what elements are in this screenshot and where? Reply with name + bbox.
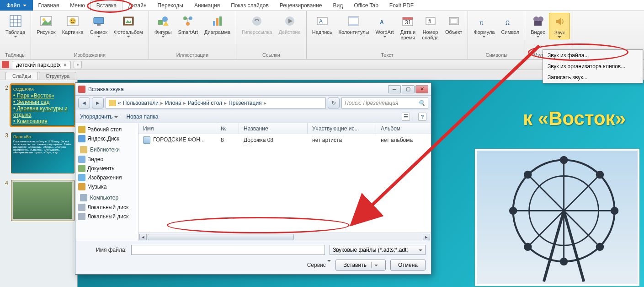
sidebar-item-localdisk2[interactable]: Локальный диск xyxy=(75,212,138,221)
nav-forward-button[interactable]: ► xyxy=(92,97,104,108)
help-button[interactable]: ? xyxy=(418,113,426,121)
insert-button[interactable]: Вставить xyxy=(335,260,386,271)
list-rows[interactable]: ГОРОДСКИЕ ФОН...8Дорожка 08нет артистане… xyxy=(138,134,431,233)
ribbon-button-label: Звук xyxy=(554,30,565,35)
breadcrumb-segment[interactable]: Презентация xyxy=(229,100,262,106)
equation-icon: π xyxy=(477,14,491,28)
refresh-button[interactable]: ↻ xyxy=(328,97,340,108)
sidebar-item-yadisk[interactable]: Яндекс.Диск xyxy=(75,134,138,143)
insert-audio-dialog: Вставка звука ─ ▢ ✕ ◄ ► « Пользователи▸И… xyxy=(75,82,431,275)
tab-office tab[interactable]: Office Tab xyxy=(348,0,384,11)
yadisk-icon xyxy=(78,135,85,142)
document-tab[interactable]: детский парк.pptx × xyxy=(12,61,71,69)
dialog-sidebar[interactable]: Рабочий столЯндекс.ДискБиблиотекиВидеоДо… xyxy=(75,123,138,241)
scroll-right-button[interactable]: ► xyxy=(423,234,430,240)
svg-point-56 xyxy=(509,207,517,215)
audio-menu-item-2[interactable]: Записать звук... xyxy=(543,72,643,83)
tools-button[interactable]: Сервис xyxy=(307,262,331,268)
audio-menu-item-0[interactable]: Звук из файла... xyxy=(543,50,643,61)
organize-button[interactable]: Упорядочить xyxy=(80,114,118,120)
horizontal-scrollbar[interactable]: ◄ ► xyxy=(138,233,431,241)
slide-thumbnail[interactable]: Парк «ВоПарк начал свою работу в 1978 го… xyxy=(11,132,75,173)
column-header[interactable]: Альбом xyxy=(376,123,431,134)
ribbon-picture-button[interactable]: Рисунок xyxy=(34,13,59,36)
ribbon-group-Текст: AНадписьКолонтитулыAWordArt31Дата и врем… xyxy=(307,11,468,59)
ribbon-screenshot-button[interactable]: Снимок xyxy=(87,13,110,38)
column-header[interactable]: № xyxy=(216,123,239,134)
close-icon[interactable]: × xyxy=(64,62,67,68)
new-tab-button[interactable]: ▫ xyxy=(74,61,82,68)
tab-foxit pdf[interactable]: Foxit PDF xyxy=(384,0,419,11)
nav-back-button[interactable]: ◄ xyxy=(78,97,90,108)
maximize-button[interactable]: ▢ xyxy=(402,85,415,93)
tab-вид[interactable]: Вид xyxy=(328,0,349,11)
sidebar-group-libraries[interactable]: Библиотеки xyxy=(75,143,138,155)
ribbon-photoalbum-button[interactable]: Фотоальбом xyxy=(111,13,146,38)
view-mode-button[interactable]: ☰ xyxy=(402,113,410,121)
tab-показ слайдов[interactable]: Показ слайдов xyxy=(225,0,274,11)
sidebar-item-documents[interactable]: Документы xyxy=(75,164,138,173)
tab-рецензирование[interactable]: Рецензирование xyxy=(274,0,328,11)
ribbon-chart-button[interactable]: Диаграмма xyxy=(202,13,233,36)
column-header[interactable]: Имя xyxy=(138,123,216,134)
file-menu-label: Файл xyxy=(6,2,20,9)
slide-thumbnail-pane[interactable]: 2СОДЕРЖА• Парк «Восток»• Зеленый сад• Де… xyxy=(0,80,78,287)
filename-input[interactable] xyxy=(131,245,325,255)
ribbon-textbox-button[interactable]: AНадпись xyxy=(309,13,335,36)
ribbon-wordart-button[interactable]: AWordArt xyxy=(373,13,397,38)
slide-thumbnail[interactable]: СОДЕРЖА• Парк «Восток»• Зеленый сад• Дер… xyxy=(11,85,75,126)
column-header[interactable]: Название xyxy=(239,123,308,134)
ribbon-audio-button[interactable]: Звук xyxy=(549,13,570,39)
ribbon-hyperlink-button[interactable]: Гиперссылка xyxy=(239,13,275,36)
file-type-filter[interactable]: Звуковые файлы (*.adts;*.adt; xyxy=(330,245,426,255)
tab-slides[interactable]: Слайды xyxy=(5,72,38,80)
file-menu-button[interactable]: Файл xyxy=(0,0,33,11)
sidebar-item-pictures[interactable]: Изображения xyxy=(75,173,138,182)
sidebar-item-videos[interactable]: Видео xyxy=(75,155,138,164)
ribbon-datetime-button[interactable]: 31Дата и время xyxy=(398,13,419,41)
ribbon-action-button[interactable]: Действие xyxy=(276,13,303,36)
new-folder-button[interactable]: Новая папка xyxy=(126,114,158,120)
audio-icon xyxy=(552,14,567,29)
tab-дизайн[interactable]: Дизайн xyxy=(122,0,152,11)
sidebar-item-desktop[interactable]: Рабочий стол xyxy=(75,125,138,134)
ribbon-button-label: Дата и время xyxy=(400,29,416,40)
search-input[interactable]: Поиск: Презентация 🔍 xyxy=(341,97,428,108)
ribbon-video-button[interactable]: Видео xyxy=(528,13,548,38)
column-header[interactable]: Участвующие ис... xyxy=(308,123,376,134)
ribbon-equation-button[interactable]: πФормула xyxy=(471,13,497,38)
tab-меню[interactable]: Меню xyxy=(64,0,90,11)
ribbon-smartart-button[interactable]: SmartArt xyxy=(176,13,201,36)
sidebar-item-localdisk1[interactable]: Локальный диск xyxy=(75,203,138,212)
chart-icon xyxy=(210,14,225,28)
cancel-button[interactable]: Отмена xyxy=(390,260,426,271)
list-header[interactable]: Имя№НазваниеУчаствующие ис...Альбом xyxy=(138,123,431,134)
ribbon-table-button[interactable]: Таблица xyxy=(3,13,28,38)
ribbon-object-button[interactable]: Объект xyxy=(442,13,465,36)
pictures-icon xyxy=(78,174,85,181)
ribbon-slidenum-button[interactable]: #Номер слайда xyxy=(419,13,442,41)
ribbon-headerfooter-button[interactable]: Колонтитулы xyxy=(336,13,372,36)
slide-thumbnail[interactable] xyxy=(11,180,75,221)
ribbon-symbol-button[interactable]: ΩСимвол xyxy=(498,13,522,36)
sidebar-item-music[interactable]: Музыка xyxy=(75,182,138,191)
ribbon-clipart-button[interactable]: Картинка xyxy=(59,13,86,36)
ribbon-shapes-button[interactable]: Фигуры xyxy=(152,13,175,38)
tab-переходы[interactable]: Переходы xyxy=(152,0,189,11)
breadcrumb-segment[interactable]: Илона xyxy=(165,100,181,106)
scrollbar-thumb[interactable] xyxy=(148,234,294,240)
audio-menu-item-1[interactable]: Звук из организатора клипов... xyxy=(543,61,643,72)
tab-анимация[interactable]: Анимация xyxy=(189,0,225,11)
tab-outline[interactable]: Структура xyxy=(39,72,76,80)
scroll-left-button[interactable]: ◄ xyxy=(139,234,147,240)
close-button[interactable]: ✕ xyxy=(415,85,428,93)
minimize-button[interactable]: ─ xyxy=(388,85,401,93)
file-row[interactable]: ГОРОДСКИЕ ФОН...8Дорожка 08нет артистане… xyxy=(138,134,431,146)
sidebar-group-computer[interactable]: Компьютер xyxy=(75,191,138,203)
breadcrumb-segment[interactable]: Пользователи xyxy=(123,100,159,106)
tab-главная[interactable]: Главная xyxy=(33,0,65,11)
breadcrumb-segment[interactable]: Рабочий стол xyxy=(188,100,222,106)
dialog-titlebar[interactable]: Вставка звука ─ ▢ ✕ xyxy=(75,83,431,96)
tab-вставка[interactable]: Вставка xyxy=(90,0,123,11)
breadcrumb-path[interactable]: « Пользователи▸Илона▸Рабочий стол▸Презен… xyxy=(106,97,326,108)
